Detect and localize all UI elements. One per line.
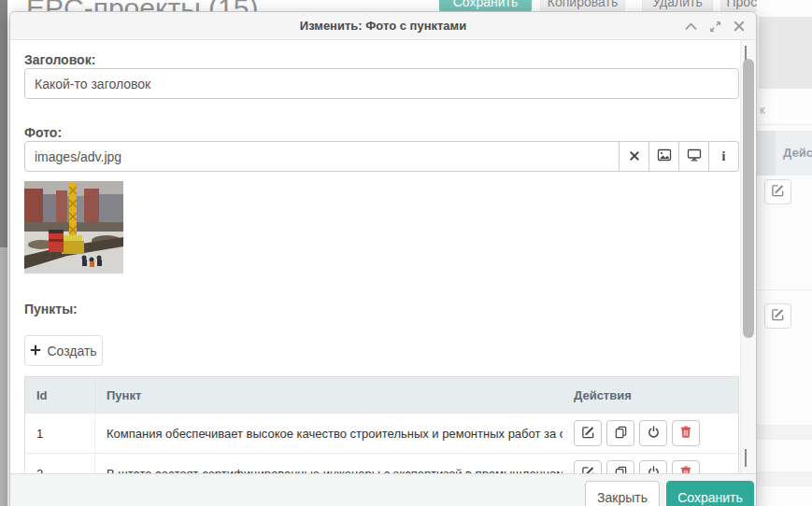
modal-edit-photo: Изменить: Фото с пунктами Заголовок: Фот… xyxy=(9,11,757,506)
header-actions: Действия xyxy=(563,388,738,402)
clear-icon xyxy=(629,148,640,165)
preview-photo-button[interactable] xyxy=(679,141,709,172)
header-id: Id xyxy=(25,377,95,413)
trash-icon xyxy=(679,425,692,442)
modal-body: Заголовок: Фото: i xyxy=(10,40,756,475)
info-icon: i xyxy=(722,149,726,164)
row-text: В штате состоят сертифицированные инжене… xyxy=(95,454,563,475)
table-row: 2 В штате состоят сертифицированные инже… xyxy=(25,453,738,475)
copy-icon xyxy=(614,425,628,442)
edit-icon xyxy=(581,425,595,442)
photo-thumbnail xyxy=(24,181,123,274)
image-icon xyxy=(657,148,672,166)
table-row: 1 Компания обеспечивает высокое качество… xyxy=(25,413,738,453)
scrollbar-thumb[interactable] xyxy=(743,59,754,338)
toggle-row-button[interactable] xyxy=(639,420,667,446)
create-item-label: Создать xyxy=(47,344,96,358)
modal-scrollbar[interactable] xyxy=(740,40,756,475)
clear-photo-button[interactable] xyxy=(620,141,649,172)
monitor-icon xyxy=(687,148,702,166)
header-item: Пункт xyxy=(95,377,563,413)
create-item-button[interactable]: Создать xyxy=(24,335,103,366)
title-input[interactable] xyxy=(24,68,739,99)
browse-image-button[interactable] xyxy=(649,141,679,172)
photo-info-button[interactable]: i xyxy=(709,141,739,172)
plus-icon xyxy=(30,344,41,358)
items-label: Пункты: xyxy=(24,302,78,316)
power-icon xyxy=(647,425,661,442)
scroll-down-icon[interactable] xyxy=(745,449,747,466)
items-table: Id Пункт Действия 1 Компания обеспечивае… xyxy=(24,376,739,475)
expand-icon[interactable] xyxy=(709,21,721,33)
edit-row-button[interactable] xyxy=(574,420,602,446)
close-icon[interactable] xyxy=(734,21,745,32)
row-id: 1 xyxy=(25,414,95,453)
photo-label: Фото: xyxy=(24,125,62,140)
row-id: 2 xyxy=(25,454,95,475)
row-text: Компания обеспечивает высокое качество с… xyxy=(95,414,563,453)
modal-footer: Закрыть Сохранить xyxy=(10,473,756,506)
save-button[interactable]: Сохранить xyxy=(666,481,754,506)
modal-title: Изменить: Фото с пунктами xyxy=(10,12,756,40)
collapse-icon[interactable] xyxy=(685,22,697,31)
copy-row-button[interactable] xyxy=(606,420,634,446)
close-button[interactable]: Закрыть xyxy=(585,481,660,506)
title-label: Заголовок: xyxy=(24,52,95,67)
modal-header: Изменить: Фото с пунктами xyxy=(10,12,756,40)
items-table-header: Id Пункт Действия xyxy=(25,377,738,413)
delete-row-button[interactable] xyxy=(672,420,700,446)
photo-path-input[interactable] xyxy=(24,141,620,172)
screen: EPC-проекты (15) Сохранить Копировать Уд… xyxy=(0,0,812,506)
